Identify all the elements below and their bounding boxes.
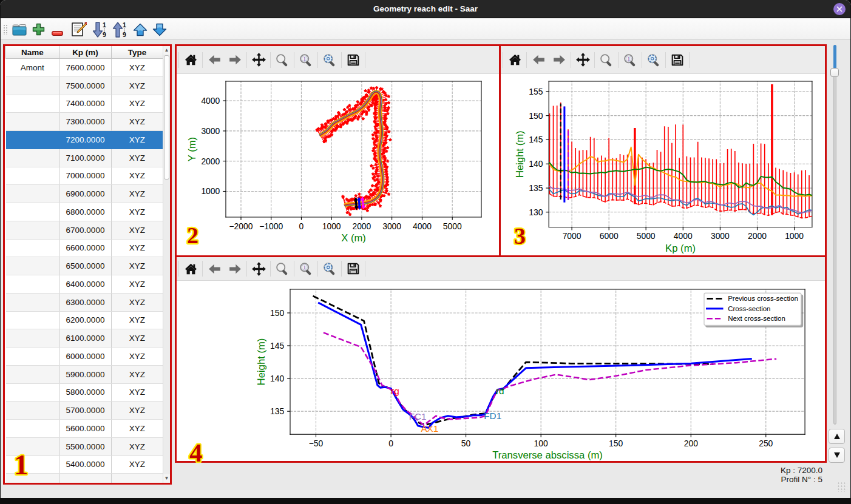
- svg-text:rg: rg: [391, 386, 399, 396]
- svg-text:250: 250: [759, 438, 773, 448]
- svg-text:4: 4: [189, 438, 203, 467]
- svg-text:Height (m): Height (m): [514, 130, 526, 178]
- svg-text:−50: −50: [309, 438, 324, 448]
- svg-text:Previous cross-section: Previous cross-section: [728, 295, 798, 302]
- svg-text:145: 145: [270, 341, 284, 351]
- svg-text:Y (m): Y (m): [186, 137, 198, 161]
- svg-text:200: 200: [684, 438, 698, 448]
- svg-text:1000: 1000: [785, 231, 804, 241]
- svg-text:6000: 6000: [600, 231, 619, 241]
- svg-text:7000: 7000: [563, 231, 581, 241]
- svg-text:1: 1: [123, 22, 126, 29]
- svg-text:1: 1: [303, 264, 306, 270]
- svg-text:130: 130: [529, 207, 543, 217]
- svg-text:1: 1: [303, 55, 306, 61]
- svg-text:2000: 2000: [201, 156, 220, 166]
- svg-text:Cross-section: Cross-section: [728, 305, 770, 312]
- svg-text:X (m): X (m): [341, 232, 366, 244]
- svg-text:9: 9: [123, 31, 126, 38]
- svg-text:3000: 3000: [382, 221, 401, 231]
- svg-text:4000: 4000: [674, 231, 693, 241]
- svg-text:−2000: −2000: [229, 221, 253, 231]
- svg-text:150: 150: [270, 308, 284, 318]
- svg-text:140: 140: [270, 374, 284, 383]
- svg-text:Next cross-section: Next cross-section: [728, 315, 785, 322]
- svg-text:4000: 4000: [413, 221, 432, 231]
- svg-text:1000: 1000: [322, 221, 341, 231]
- svg-text:155: 155: [529, 87, 543, 96]
- svg-text:1: 1: [103, 22, 106, 29]
- svg-text:rd: rd: [496, 386, 504, 396]
- svg-text:140: 140: [529, 159, 543, 169]
- svg-text:2: 2: [187, 223, 198, 248]
- svg-text:5000: 5000: [443, 221, 462, 231]
- svg-text:1: 1: [627, 55, 630, 61]
- svg-text:0: 0: [299, 221, 304, 231]
- svg-text:150: 150: [529, 111, 543, 121]
- svg-text:2000: 2000: [748, 231, 767, 241]
- svg-text:3000: 3000: [711, 231, 730, 241]
- svg-text:FC1: FC1: [409, 411, 427, 422]
- svg-text:50: 50: [461, 438, 471, 448]
- svg-text:Transverse abscissa (m): Transverse abscissa (m): [492, 449, 603, 461]
- svg-text:5000: 5000: [637, 231, 656, 241]
- svg-text:1000: 1000: [201, 187, 220, 197]
- svg-text:3000: 3000: [201, 126, 220, 136]
- svg-text:2000: 2000: [352, 221, 371, 231]
- svg-text:Kp (m): Kp (m): [665, 243, 696, 254]
- svg-text:−1000: −1000: [259, 221, 283, 231]
- svg-text:0: 0: [388, 438, 393, 448]
- svg-text:9: 9: [103, 31, 106, 38]
- svg-text:Height (m): Height (m): [256, 338, 267, 386]
- svg-text:145: 145: [529, 135, 543, 144]
- svg-text:100: 100: [534, 438, 548, 448]
- svg-text:AX1: AX1: [421, 423, 438, 434]
- svg-text:150: 150: [609, 438, 623, 448]
- svg-text:3: 3: [514, 224, 526, 249]
- svg-text:135: 135: [270, 406, 284, 416]
- svg-text:FD1: FD1: [484, 411, 501, 421]
- svg-text:4000: 4000: [201, 96, 220, 106]
- svg-text:135: 135: [529, 183, 543, 193]
- svg-text:1: 1: [14, 449, 29, 480]
